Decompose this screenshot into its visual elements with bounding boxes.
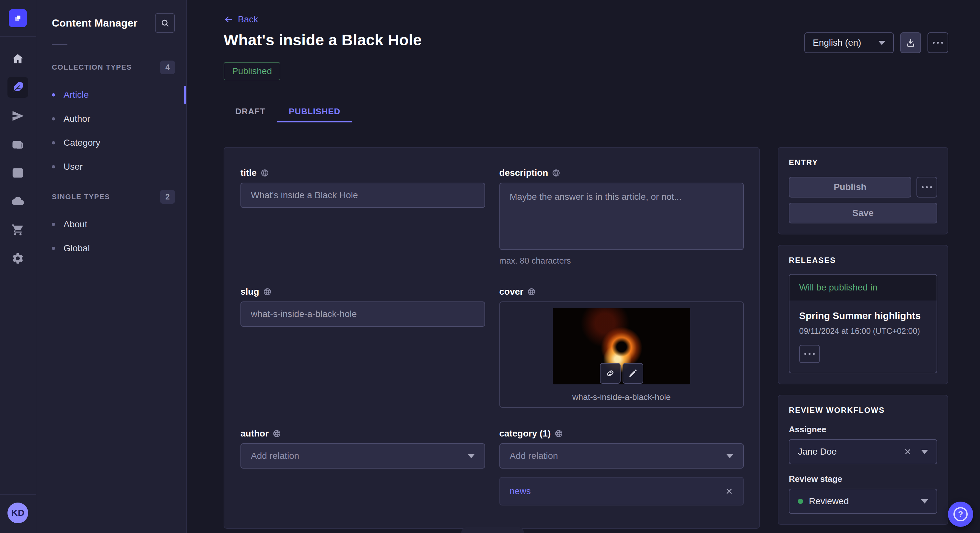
download-icon [905,38,916,48]
locale-value: English (en) [813,38,861,48]
cover-preview-box: what-s-inside-a-black-hole [500,301,744,408]
title-label: title [240,168,257,178]
entry-sidebar: ENTRY Publish Save RELEASES Will be publ… [778,147,948,525]
ellipsis-icon [922,186,932,188]
sidebar-item-global[interactable]: Global [52,241,175,256]
sidebar-item-category[interactable]: Category [52,135,175,151]
sidebar-item-about[interactable]: About [52,217,175,232]
release-title: Spring Summer highlights [799,310,927,321]
sidebar-item-label: About [64,219,87,230]
description-textarea[interactable]: Maybe the answer is in this article, or … [500,182,744,250]
publish-button[interactable]: Publish [789,177,911,198]
collection-types-label: COLLECTION TYPES [52,63,132,71]
globe-icon [272,429,281,438]
remove-relation-icon[interactable] [725,487,733,495]
release-date: 09/11/2024 at 16:00 (UTC+02:00) [799,327,927,336]
search-icon [161,19,170,27]
content-manager-icon[interactable] [8,77,28,98]
save-button[interactable]: Save [789,203,937,224]
export-button[interactable] [900,32,921,53]
description-hint: max. 80 characters [500,256,744,266]
cover-image [553,308,690,384]
content-type-builder-icon[interactable] [8,163,28,183]
more-actions-button[interactable] [928,32,948,53]
media-library-icon[interactable] [8,134,28,155]
releases-panel: RELEASES Will be published in Spring Sum… [778,245,948,384]
bullet-icon [52,165,55,168]
review-stage-select[interactable]: Reviewed [789,489,937,514]
search-button[interactable] [155,13,175,33]
author-relation-select[interactable]: Add relation [240,443,485,468]
sidebar-item-label: Author [64,114,91,124]
sidebar-item-author[interactable]: Author [52,111,175,127]
slug-input[interactable] [240,301,485,327]
main-nav-rail: KD [0,0,36,533]
copy-link-button[interactable] [600,363,620,384]
strapi-logo[interactable] [9,9,27,27]
back-link[interactable]: Back [224,14,258,25]
releases-heading: RELEASES [789,256,937,265]
tab-draft[interactable]: DRAFT [224,102,277,122]
add-component-pill[interactable] [461,527,524,533]
help-button[interactable]: ? [948,501,973,527]
tab-published[interactable]: PUBLISHED [277,102,352,122]
assignee-label: Assignee [789,425,937,435]
title-input[interactable] [240,182,485,208]
chevron-down-icon [468,454,475,458]
globe-icon [555,429,563,438]
bullet-icon [52,141,55,144]
field-category: category (1) Add relation news [500,428,744,506]
releases-icon[interactable] [8,106,28,126]
globe-icon [263,287,272,296]
ellipsis-icon [933,42,943,44]
author-label: author [240,428,269,439]
field-slug: slug [240,287,485,408]
arrow-left-icon [224,14,233,24]
sidebar-item-label: Category [64,138,100,148]
main-content: Back What's inside a Black Hole English … [187,0,980,533]
entry-heading: ENTRY [789,158,937,167]
version-tabs: DRAFT PUBLISHED [224,102,948,122]
user-avatar[interactable]: KD [8,503,28,523]
chevron-down-icon [921,450,928,454]
ellipsis-icon [804,353,815,355]
chevron-down-icon [921,499,928,503]
sidebar-item-label: Article [64,90,89,100]
globe-icon [527,287,536,296]
locale-select[interactable]: English (en) [804,32,894,53]
sidebar-item-article[interactable]: Article [52,87,175,103]
category-relation-select[interactable]: Add relation [500,443,744,468]
assignee-select[interactable]: Jane Doe [789,439,937,464]
sidebar-item-label: Global [64,243,90,254]
author-placeholder: Add relation [251,451,299,461]
field-cover: cover [500,287,744,408]
review-workflows-heading: REVIEW WORKFLOWS [789,406,937,415]
question-mark-icon: ? [953,507,968,521]
field-title: title [240,168,485,266]
single-types-count: 2 [160,190,175,204]
globe-icon [261,169,269,177]
sidebar-item-label: User [64,162,83,172]
bullet-icon [52,93,55,97]
assignee-value: Jane Doe [798,447,904,457]
relation-link-news[interactable]: news [510,486,531,497]
chevron-down-icon [726,454,733,458]
page-title: What's inside a Black Hole [224,31,422,49]
entry-more-button[interactable] [916,177,937,198]
home-icon[interactable] [8,49,28,69]
deploy-icon[interactable] [8,191,28,212]
bullet-icon [52,117,55,121]
clear-assignee-icon[interactable] [904,447,912,456]
settings-icon[interactable] [8,248,28,269]
marketplace-icon[interactable] [8,219,28,240]
release-more-button[interactable] [799,345,820,363]
pencil-icon [628,368,638,378]
sidebar-item-user[interactable]: User [52,159,175,174]
single-types-label: SINGLE TYPES [52,193,110,201]
category-placeholder: Add relation [510,451,558,461]
active-indicator [184,86,186,104]
slug-label: slug [240,287,259,297]
collection-types-count: 4 [160,60,175,74]
edit-image-button[interactable] [622,363,643,384]
sidebar-divider [52,44,67,45]
